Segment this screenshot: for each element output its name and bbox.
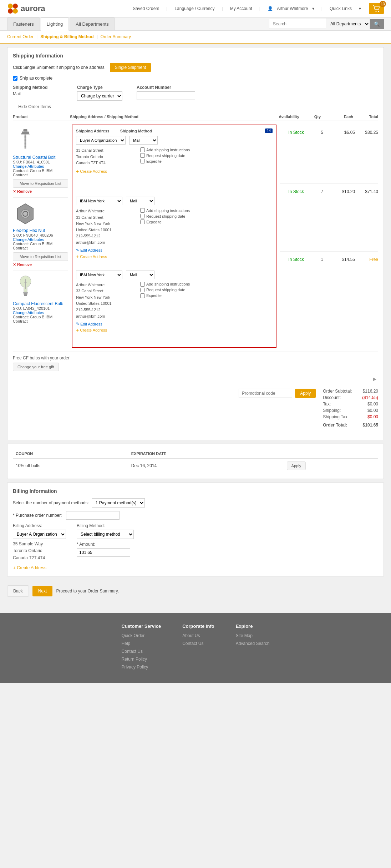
breadcrumb-shipping-billing[interactable]: Shipping & Billing Method (40, 34, 93, 39)
col-header-product: Product (13, 115, 70, 119)
footer-link-site-map[interactable]: Site Map (236, 633, 270, 638)
promo-apply-button[interactable]: Apply (295, 389, 316, 398)
change-attr-bulb[interactable]: Change Attributes (13, 311, 68, 315)
edit-address-nut[interactable]: ✎ Edit Address (76, 248, 130, 253)
product-name-bulb[interactable]: Compact Fluorescent Bulb (13, 301, 68, 306)
nav-saved-orders[interactable]: Saved Orders (130, 6, 162, 11)
ship-method-select-nut[interactable]: Mail (126, 197, 154, 205)
order-total-label: Order Total: (323, 423, 347, 428)
footer-link-advanced-search[interactable]: Advanced Search (236, 641, 270, 646)
expedite-nut[interactable]: Expedite (140, 219, 190, 224)
ship-addr-select-bulb[interactable]: IBM New York (76, 271, 122, 279)
ship-addr-text-nut: Arthur Whitmore 33 Canal Street New York… (76, 208, 130, 246)
next-button[interactable]: Next (32, 586, 53, 596)
create-billing-address[interactable]: + Create Address (13, 565, 378, 571)
move-to-req-bolt[interactable]: Move to Requisition List (13, 179, 68, 188)
shipping-address-panel: Shipping Address Shipping Method 14 Buye… (72, 125, 276, 348)
request-date-bulb[interactable]: Request shipping date (140, 288, 190, 292)
charge-type-select[interactable]: Charge by carrier (77, 91, 122, 101)
breadcrumb-order-summary[interactable]: Order Summary (101, 34, 131, 39)
nav-user[interactable]: 👤 Arthur Whitmore ▾ (265, 6, 317, 11)
col-header-total: Total (353, 115, 378, 119)
create-address-nut[interactable]: + Create Address (76, 254, 130, 259)
product-actions-nut: Move to Requisition List ✕ Remove (13, 252, 68, 267)
charge-type-label: Charge Type (77, 85, 122, 90)
create-address-bolt[interactable]: + Create Address (76, 168, 130, 174)
footer-link-quick-order[interactable]: Quick Order (122, 633, 161, 638)
ship-row-bolt: Buyer A Organization Mail (76, 136, 272, 145)
breadcrumb-current-order[interactable]: Current Order (7, 34, 34, 39)
payment-methods-select[interactable]: 1 Payment method(s) (92, 498, 145, 508)
header-nav: Saved Orders | Language / Currency | My … (130, 3, 384, 14)
subtotal-label: Order Subtotal: (323, 389, 352, 394)
add-instructions-nut[interactable]: Add shipping instructions (140, 208, 190, 213)
search-dept-select[interactable]: All Departments (326, 19, 370, 29)
method-label: Shipping Method (13, 85, 56, 90)
billing-address-select[interactable]: Buyer A Organization (13, 530, 66, 539)
create-address-bulb[interactable]: + Create Address (76, 327, 130, 333)
edit-address-bulb[interactable]: ✎ Edit Address (76, 322, 130, 326)
change-attr-bolt[interactable]: Change Attributes (13, 164, 68, 168)
ship-addr-text-bulb: Arthur Whitmore 33 Canal Street New York… (76, 282, 130, 320)
product-name-bolt[interactable]: Structural Coastal Bolt (13, 155, 68, 160)
scroll-arrow[interactable]: ▶ (13, 375, 378, 383)
footer-cs-title: Customer Service (122, 624, 161, 629)
logo-text: aurora (21, 4, 45, 13)
billing-method-select[interactable]: Select billing method (77, 530, 134, 539)
search-button[interactable]: 🔍 (370, 19, 384, 29)
nav-language[interactable]: Language / Currency (172, 6, 217, 11)
promo-code-input[interactable] (239, 389, 292, 398)
tab-all-departments[interactable]: All Departments (70, 17, 115, 30)
ship-complete-checkbox[interactable] (13, 76, 17, 81)
footer-corp-title: Corporate Info (182, 624, 214, 629)
footer-link-about-us[interactable]: About Us (182, 633, 214, 638)
ship-addr-select-bolt[interactable]: Buyer A Organization (76, 136, 126, 145)
amount-input[interactable] (77, 548, 130, 557)
tab-fasteners[interactable]: Fasteners (7, 17, 40, 30)
po-number-input[interactable] (66, 511, 120, 520)
request-date-nut[interactable]: Request shipping date (140, 214, 190, 218)
change-attr-nut[interactable]: Change Attributes (13, 237, 68, 242)
account-number-input[interactable] (137, 91, 195, 100)
back-button[interactable]: Back (7, 585, 29, 597)
ship-complete-label: Ship as complete (20, 76, 52, 81)
footer-link-return-policy[interactable]: Return Policy (122, 657, 161, 662)
ship-addr-select-nut[interactable]: IBM New York (76, 197, 122, 205)
footer-link-help[interactable]: Help (122, 641, 161, 646)
tab-lighting[interactable]: Lighting (41, 17, 69, 31)
expedite-bolt[interactable]: Expedite (140, 159, 190, 163)
svg-rect-20 (23, 292, 28, 293)
change-gift-button[interactable]: Change your free gift (13, 363, 59, 371)
ship-method-col-header: Shipping Method (120, 129, 152, 133)
svg-point-2 (8, 9, 13, 14)
footer-link-contact-us[interactable]: Contact Us (122, 649, 161, 654)
col-header-each: Each (328, 115, 353, 119)
nav-quick-links[interactable]: Quick Links (327, 6, 355, 11)
ship-method-select-bulb[interactable]: Mail (126, 271, 154, 279)
shipping-tax-value: $0.00 (367, 414, 378, 419)
add-instructions-bulb[interactable]: Add shipping instructions (140, 282, 190, 287)
hide-order-items[interactable]: — Hide Order Items (13, 104, 378, 109)
ship-block-bulb: IBM New York Mail Arthur Whitmore 33 Can… (76, 271, 272, 339)
footer-explore: Explore Site Map Advanced Search (236, 624, 270, 672)
remove-bolt[interactable]: ✕ Remove (13, 189, 68, 194)
add-instructions-bolt[interactable]: Add shipping instructions (140, 147, 190, 152)
nav-my-account[interactable]: My Account (227, 6, 255, 11)
cart-button[interactable]: 13 (369, 3, 384, 14)
billing-address-text: 35 Sample Way Toronto Ontario Canada T2T… (13, 541, 66, 561)
search-input[interactable] (269, 19, 326, 29)
ship-block-bolt: Buyer A Organization Mail 33 Canal Stree… (76, 136, 272, 191)
request-date-bolt[interactable]: Request shipping date (140, 153, 190, 158)
ship-method-select-bolt[interactable]: Mail (129, 136, 158, 145)
logo[interactable]: aurora (7, 3, 45, 14)
remove-nut[interactable]: ✕ Remove (13, 262, 68, 267)
footer-link-contact-us-corp[interactable]: Contact Us (182, 641, 214, 646)
move-to-req-nut[interactable]: Move to Requisition List (13, 252, 68, 261)
expedite-bulb[interactable]: Expedite (140, 293, 190, 298)
coupon-apply-button[interactable]: Apply (287, 461, 306, 470)
footer-link-privacy-policy[interactable]: Privacy Policy (122, 665, 161, 670)
svg-point-5 (378, 11, 379, 12)
product-name-nut[interactable]: Flex-top Hex Nut (13, 228, 68, 233)
product-table-header: Product Shipping Address / Shipping Meth… (13, 113, 378, 121)
single-shipment-button[interactable]: Single Shipment (110, 63, 151, 72)
